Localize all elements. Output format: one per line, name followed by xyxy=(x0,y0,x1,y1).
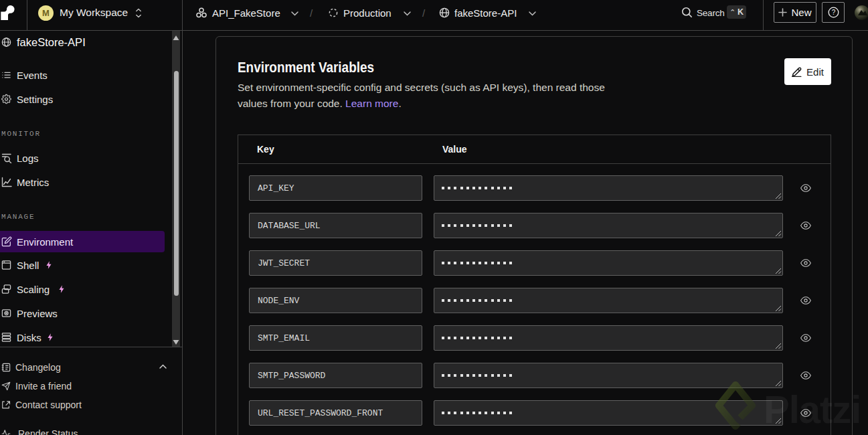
svg-text:?: ? xyxy=(831,9,835,16)
